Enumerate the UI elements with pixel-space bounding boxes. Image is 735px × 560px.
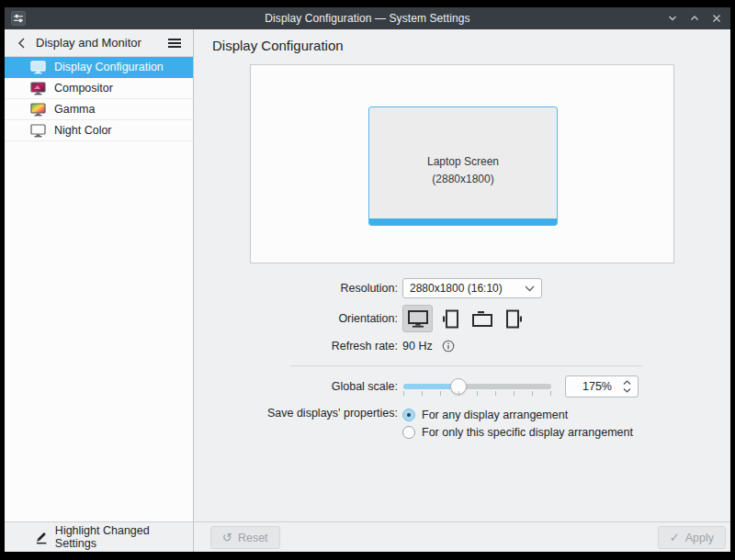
orientation-row: Orientation:	[194, 305, 730, 332]
monitor-portrait-left-icon	[439, 309, 461, 329]
orientation-label: Orientation:	[194, 312, 398, 325]
highlighter-pen-icon	[34, 530, 48, 544]
window-controls	[666, 7, 723, 29]
save-properties-label: Save displays' properties:	[194, 407, 398, 420]
minimize-icon[interactable]	[666, 12, 679, 25]
monitor-label: Laptop Screen (2880x1800)	[369, 153, 557, 188]
save-properties-row: Save displays' properties: For any displ…	[194, 407, 730, 441]
monitor-name: Laptop Screen	[369, 153, 557, 171]
spin-down-icon[interactable]	[623, 387, 631, 393]
main-content: Display Configuration Laptop Screen (288…	[194, 29, 730, 521]
global-scale-slider[interactable]	[403, 376, 551, 397]
orientation-landscape-flipped-button[interactable]	[467, 305, 497, 332]
slider-fill	[403, 384, 458, 389]
app-icon	[11, 11, 26, 26]
window-title: Display Configuration — System Settings	[5, 12, 730, 25]
sidebar-item-label: Compositor	[54, 82, 113, 95]
info-icon[interactable]	[442, 340, 455, 353]
apply-button[interactable]: ✓ Apply	[658, 526, 726, 549]
orientation-portrait-right-button[interactable]	[499, 305, 529, 332]
sidebar-title[interactable]: Display and Monitor	[30, 36, 165, 50]
refresh-rate-value: 90 Hz	[402, 340, 433, 353]
monitor-resolution: (2880x1800)	[369, 171, 557, 188]
orientation-landscape-button[interactable]	[402, 305, 433, 332]
sidebar-item-compositor[interactable]: Compositor	[5, 78, 193, 99]
monitor-taskbar	[369, 218, 557, 225]
settings-form: Resolution: 2880x1800 (16:10) Orientatio…	[194, 278, 730, 441]
radio-label[interactable]: For any display arrangement	[422, 409, 568, 421]
resolution-value: 2880x1800 (16:10)	[410, 282, 525, 295]
reset-button-label: Reset	[238, 532, 268, 544]
footer-actions: ↺ Reset ✓ Apply	[194, 522, 730, 552]
titlebar[interactable]: Display Configuration — System Settings	[5, 7, 730, 29]
sidebar-item-gamma[interactable]: Gamma	[5, 99, 193, 120]
monitor-landscape-flipped-icon	[471, 309, 493, 329]
form-separator	[290, 365, 643, 366]
window-body: Display and Monitor Display Configuratio…	[5, 29, 730, 521]
compositor-icon	[30, 82, 46, 95]
footer: Highlight Changed Settings ↺ Reset ✓ App…	[5, 521, 730, 552]
hamburger-menu-icon[interactable]	[165, 35, 184, 51]
sidebar-item-display-configuration[interactable]: Display Configuration	[5, 57, 193, 78]
sidebar-item-label: Gamma	[54, 103, 95, 116]
chevron-down-icon	[525, 286, 535, 292]
radio-option-any-arrangement[interactable]: For any display arrangement	[402, 407, 568, 423]
orientation-portrait-left-button[interactable]	[435, 305, 465, 332]
refresh-rate-row: Refresh rate: 90 Hz	[194, 338, 730, 354]
spin-up-icon[interactable]	[623, 380, 631, 386]
monitor-portrait-right-icon	[503, 309, 526, 329]
undo-icon: ↺	[222, 531, 232, 544]
refresh-rate-label: Refresh rate:	[194, 340, 398, 353]
display-preview-panel: Laptop Screen (2880x1800)	[250, 64, 674, 263]
resolution-row: Resolution: 2880x1800 (16:10)	[194, 278, 730, 298]
gamma-icon	[30, 103, 46, 117]
maximize-icon[interactable]	[688, 12, 701, 25]
radio-label[interactable]: For only this specific display arrangeme…	[422, 426, 633, 439]
apply-button-label: Apply	[685, 532, 714, 544]
reset-button[interactable]: ↺ Reset	[210, 526, 280, 549]
global-scale-row: Global scale: 175%	[194, 375, 730, 398]
system-settings-window: Display Configuration — System Settings …	[5, 7, 730, 552]
global-scale-label: Global scale:	[194, 380, 398, 393]
display-configuration-icon	[30, 61, 46, 74]
resolution-label: Resolution:	[194, 282, 398, 295]
night-color-icon	[30, 124, 46, 138]
sidebar: Display and Monitor Display Configuratio…	[5, 29, 194, 521]
sidebar-item-label: Night Color	[54, 124, 112, 137]
sidebar-item-night-color[interactable]: Night Color	[5, 120, 193, 141]
checkmark-icon: ✓	[670, 531, 680, 544]
monitor-landscape-icon	[407, 309, 429, 329]
global-scale-value: 175%	[566, 380, 619, 393]
radio-button[interactable]	[402, 409, 415, 421]
spinbox-arrows	[619, 380, 638, 393]
sidebar-item-label: Display Configuration	[54, 61, 164, 73]
sidebar-header: Display and Monitor	[5, 29, 193, 57]
radio-button[interactable]	[402, 426, 415, 439]
close-icon[interactable]	[710, 12, 723, 25]
back-icon[interactable]	[14, 35, 30, 51]
page-title: Display Configuration	[212, 38, 344, 53]
global-scale-spinbox[interactable]: 175%	[565, 375, 639, 398]
monitor-preview[interactable]: Laptop Screen (2880x1800)	[368, 106, 558, 226]
resolution-dropdown[interactable]: 2880x1800 (16:10)	[402, 278, 542, 298]
highlight-changed-settings-button[interactable]: Highlight Changed Settings	[5, 522, 194, 552]
radio-option-specific-arrangement[interactable]: For only this specific display arrangeme…	[402, 424, 633, 441]
sidebar-list: Display Configuration Compositor	[5, 57, 193, 141]
highlight-changed-settings-label: Highlight Changed Settings	[55, 524, 193, 550]
slider-ticks	[403, 391, 551, 396]
